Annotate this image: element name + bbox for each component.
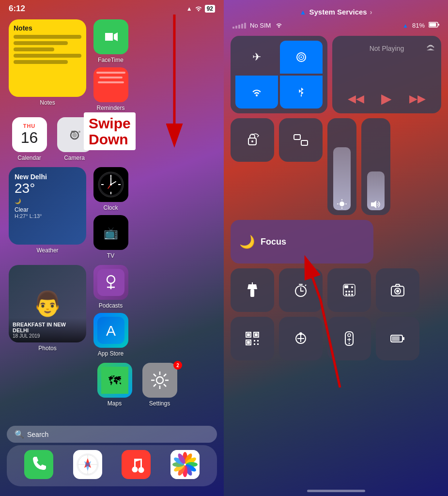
volume-slider[interactable] (361, 118, 390, 215)
prev-btn[interactable]: ◀◀ (348, 93, 364, 105)
music-controls: ◀◀ ▶ ▶▶ (339, 91, 434, 107)
battery-widget-icon (429, 22, 439, 29)
app-settings[interactable]: 2 Settings (139, 363, 180, 407)
svg-rect-118 (403, 337, 404, 340)
svg-point-64 (301, 57, 302, 58)
settings-badge: 2 (173, 361, 182, 370)
svg-rect-101 (247, 341, 250, 344)
svg-point-92 (351, 294, 353, 295)
notes-widget[interactable]: Notes Notes (9, 19, 86, 106)
signal-dots (232, 23, 246, 29)
left-status-bar: 6:12 ▲ 92 (0, 0, 224, 16)
flashlight-tile[interactable] (231, 268, 274, 312)
cc-row-2 (231, 118, 441, 215)
svg-rect-69 (294, 135, 300, 140)
location-icon-status: ▲ (402, 22, 408, 29)
accessibility-tile[interactable] (279, 317, 323, 360)
app-tv[interactable]: 📺 TV (90, 215, 131, 259)
right-phone-screen: ▲ System Services › No SIM ▲ 81% (224, 0, 448, 496)
battery-tile[interactable] (376, 317, 419, 360)
svg-point-90 (345, 294, 347, 295)
battery-icon: 92 (205, 5, 215, 13)
app-row-4: 👨 BREAKFAST IN NEW DELHI 18 JUL 2019 Pho… (9, 265, 217, 357)
svg-rect-97 (247, 333, 250, 336)
remote-tile[interactable] (327, 317, 371, 360)
svg-rect-20 (97, 269, 124, 296)
wifi-icon (195, 5, 202, 13)
dock-phone[interactable] (18, 450, 60, 481)
dock-safari[interactable] (67, 450, 108, 481)
location-icon-cc: ▲ (300, 8, 307, 16)
svg-point-86 (351, 286, 353, 288)
connectivity-tile[interactable]: ✈ (231, 36, 327, 113)
svg-point-112 (348, 334, 351, 337)
app-row-3: New Delhi 23° 🌙 Clear H:27° L:13° Weathe… (9, 167, 217, 259)
svg-rect-61 (438, 24, 439, 26)
app-row-1: Notes Notes FaceTime (9, 19, 217, 111)
cc-wifi-icon (276, 22, 282, 29)
svg-rect-85 (344, 285, 348, 288)
app-reminders[interactable]: Reminders (90, 67, 131, 111)
svg-marker-76 (371, 201, 376, 208)
cc-battery-area: ▲ 81% (402, 22, 439, 29)
swipe-down-annotation: Swipe Down (84, 112, 136, 150)
camera-cc-tile[interactable] (376, 268, 419, 312)
bluetooth-btn[interactable] (280, 76, 323, 108)
wifi-btn[interactable] (235, 76, 278, 108)
dock-photos[interactable] (164, 450, 205, 481)
timer-tile[interactable] (279, 268, 323, 312)
svg-text:🗺: 🗺 (108, 373, 121, 388)
app-facetime[interactable]: FaceTime (90, 19, 131, 63)
play-btn[interactable]: ▶ (381, 91, 392, 107)
svg-rect-105 (257, 343, 259, 345)
dock-music[interactable] (116, 450, 157, 481)
app-calendar[interactable]: THU 16 Calendar (9, 117, 50, 161)
next-btn[interactable]: ▶▶ (409, 93, 426, 105)
svg-point-5 (72, 133, 77, 138)
screen-mirror-tile[interactable] (279, 118, 323, 162)
svg-point-88 (348, 291, 350, 293)
cc-row-4 (231, 268, 441, 312)
home-indicator (307, 490, 365, 492)
app-row-5: 🗺 Maps 2 Settings (94, 363, 217, 407)
dock (7, 445, 217, 486)
orientation-lock-tile[interactable] (231, 118, 274, 162)
svg-marker-1 (105, 33, 113, 41)
left-phone-screen: 6:12 ▲ 92 Notes (0, 0, 224, 496)
qr-scanner-tile[interactable] (231, 317, 274, 360)
svg-rect-99 (255, 333, 258, 336)
brightness-slider[interactable] (327, 118, 356, 215)
no-sim-label: No SIM (250, 22, 271, 29)
airplay-icon[interactable] (426, 42, 435, 52)
photos-widget-wrapper[interactable]: 👨 BREAKFAST IN NEW DELHI 18 JUL 2019 Pho… (9, 265, 86, 352)
focus-tile[interactable]: 🌙 Focus (231, 220, 373, 264)
svg-marker-78 (247, 284, 257, 289)
svg-rect-103 (254, 343, 255, 345)
battery-percent: 81% (412, 22, 425, 29)
app-clock[interactable]: Clock (90, 167, 131, 211)
svg-text:📺: 📺 (104, 226, 118, 240)
svg-marker-66 (427, 48, 434, 50)
music-tile[interactable]: Not Playing ◀◀ ▶ ▶▶ (332, 36, 441, 113)
svg-text:A: A (106, 323, 115, 339)
cc-row-1: ✈ (231, 36, 441, 113)
svg-rect-77 (250, 289, 254, 297)
cellular-btn[interactable] (280, 41, 323, 74)
svg-rect-70 (301, 140, 308, 145)
app-podcasts[interactable]: Podcasts (90, 265, 131, 309)
calculator-tile[interactable] (327, 268, 371, 312)
cc-header[interactable]: ▲ System Services › (231, 8, 441, 16)
cc-status-bar: No SIM ▲ 81% (231, 22, 441, 29)
app-maps[interactable]: 🗺 Maps (94, 363, 135, 407)
status-icons: ▲ 92 (186, 5, 215, 13)
svg-point-71 (340, 202, 344, 206)
search-bar[interactable]: 🔍 Search (7, 426, 217, 443)
svg-rect-104 (257, 340, 259, 341)
svg-rect-102 (254, 340, 255, 341)
weather-widget-wrapper[interactable]: New Delhi 23° 🌙 Clear H:27° L:13° Weathe… (9, 167, 86, 254)
app-appstore[interactable]: A App Store (90, 313, 131, 357)
airplane-mode-btn[interactable]: ✈ (234, 40, 279, 75)
cc-row-3: 🌙 Focus (231, 220, 441, 264)
app-row-2: THU 16 Calendar Camera Swipe Down (9, 117, 217, 161)
svg-point-91 (348, 294, 350, 295)
